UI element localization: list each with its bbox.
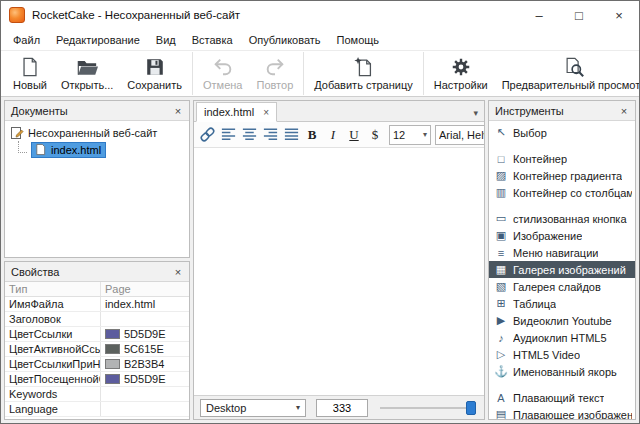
new-document-button[interactable]: Новый [6, 52, 54, 95]
toolbar-group: НастройкиПредварительный просмотр [424, 52, 640, 95]
menu-item[interactable]: Вид [148, 31, 184, 49]
property-value[interactable] [101, 387, 189, 401]
font-size-value: 12 [393, 129, 405, 141]
property-name: ЦветСсылкиПриНаведении [5, 357, 101, 371]
tool-column-container[interactable]: ▥Контейнер со столбцами [489, 184, 635, 201]
tab-list-dropdown-icon[interactable]: ▾ [473, 108, 484, 121]
editor-area: index.html × ▾ BIU$ 12 ▾ Arial, Helvetic… [193, 100, 485, 420]
preview-button[interactable]: Предварительный просмотр [495, 52, 640, 95]
nav-menu-icon: ≡ [494, 247, 508, 259]
website-page-edit-icon [10, 126, 24, 140]
tool-styled-button[interactable]: ▭стилизованная кнопка [489, 210, 635, 227]
properties-panel-close-icon[interactable]: × [170, 264, 186, 279]
underline-button[interactable]: U [344, 125, 364, 145]
viewport-width-input[interactable] [316, 399, 368, 417]
tool-html5-video[interactable]: ▷HTML5 Video [489, 346, 635, 363]
property-value[interactable]: 5C615E [101, 342, 189, 356]
tool-floating-text[interactable]: AПлавающий текст [489, 389, 635, 406]
tree-root-item[interactable]: Несохраненный веб-сайт [7, 124, 187, 141]
font-size-select[interactable]: 12 ▾ [389, 125, 431, 145]
menu-bar: ФайлРедактированиеВидВставкаОпубликовать… [1, 29, 639, 51]
tool-html5-audio[interactable]: ♪Аудиоклип HTML5 [489, 329, 635, 346]
tree-child-item[interactable]: index.html [7, 141, 187, 158]
property-value[interactable] [101, 402, 189, 416]
tree-child-selection[interactable]: index.html [31, 142, 106, 158]
chevron-down-icon: ▾ [296, 403, 300, 412]
menu-item[interactable]: Опубликовать [241, 31, 329, 49]
tool-label: Аудиоклип HTML5 [513, 332, 607, 344]
tools-panel-close-icon[interactable]: × [616, 103, 632, 118]
page-canvas[interactable] [194, 148, 484, 395]
bold-button[interactable]: B [302, 125, 322, 145]
property-value[interactable]: index.html [101, 297, 189, 311]
tool-floating-image[interactable]: ▤Плавающее изображение [489, 406, 635, 419]
dollar-button-glyph: $ [372, 127, 379, 143]
tool-image-gallery[interactable]: ▦Галерея изображений [489, 261, 635, 278]
tool-label: Выбор [513, 127, 547, 139]
link-icon[interactable] [197, 125, 217, 145]
tool-nav-menu[interactable]: ≡Меню навигации [489, 244, 635, 261]
documents-panel-close-icon[interactable]: × [170, 103, 186, 118]
menu-item[interactable]: Помощь [329, 31, 388, 49]
tools-list: ↖Выбор□Контейнер▨Контейнер градиента▥Кон… [489, 121, 635, 419]
property-row: ИмяФайлаindex.html [5, 297, 189, 312]
tool-label: Контейнер со столбцами [513, 187, 632, 199]
font-family-select[interactable]: Arial, Helvetic ▾ [435, 125, 484, 145]
save-button[interactable]: Сохранить [120, 52, 189, 95]
dollar-button[interactable]: $ [365, 125, 385, 145]
window-title: RocketCake - Несохраненный веб-сайт [32, 9, 240, 21]
tool-cursor[interactable]: ↖Выбор [489, 124, 635, 141]
toolbar-group: Добавить страницу [304, 52, 423, 95]
toolbar-button-label: Предварительный просмотр [502, 79, 640, 91]
menu-item[interactable]: Вставка [184, 31, 241, 49]
tool-youtube-video[interactable]: ▶Видеоклип Youtube [489, 312, 635, 329]
property-row: ЦветАктивнойСсылки5C615E [5, 342, 189, 357]
tool-image[interactable]: ▣Изображение [489, 227, 635, 244]
align-justify-icon[interactable] [281, 125, 301, 145]
property-row: ЦветПосещеннойСсылки5D5D9E [5, 372, 189, 387]
maximize-button[interactable]: □ [559, 1, 599, 29]
toolbar-group: НовыйОткрыть...Сохранить [3, 52, 193, 95]
property-value[interactable]: 5D5D9E [101, 372, 189, 386]
align-center-icon[interactable] [239, 125, 259, 145]
minimize-button[interactable]: – [519, 1, 559, 29]
viewport-slider-thumb[interactable] [466, 401, 476, 415]
tool-label: Галерея изображений [513, 264, 626, 276]
floating-image-icon: ▤ [494, 408, 508, 419]
add-page-icon [353, 56, 375, 78]
tool-gradient-container[interactable]: ▨Контейнер градиента [489, 167, 635, 184]
container-icon: □ [494, 153, 508, 165]
viewport-width-slider[interactable] [378, 399, 478, 417]
property-value[interactable]: B2B3B4 [101, 357, 189, 371]
tab-close-icon[interactable]: × [263, 107, 269, 118]
menu-item[interactable]: Файл [5, 31, 48, 49]
app-window: RocketCake - Несохраненный веб-сайт – □ … [0, 0, 640, 424]
format-buttons: BIU$ [197, 125, 385, 145]
tab-index-html[interactable]: index.html × [196, 102, 277, 122]
align-right-icon[interactable] [260, 125, 280, 145]
tool-named-anchor[interactable]: ⚓Именованный якорь [489, 363, 635, 380]
app-logo-icon [9, 7, 25, 23]
settings-gear-button[interactable]: Настройки [427, 52, 495, 95]
close-button[interactable]: × [599, 1, 639, 29]
property-name: ЦветПосещеннойСсылки [5, 372, 101, 386]
tool-container[interactable]: □Контейнер [489, 150, 635, 167]
gradient-container-icon: ▨ [494, 169, 508, 182]
tool-label: Галерея слайдов [513, 281, 601, 293]
toolbar-group: ОтменаПовтор [193, 52, 304, 95]
toolbar-button-label: Сохранить [127, 79, 182, 91]
device-select[interactable]: Desktop ▾ [200, 399, 306, 417]
title-bar: RocketCake - Несохраненный веб-сайт – □ … [1, 1, 639, 29]
tool-group: □Контейнер▨Контейнер градиента▥Контейнер… [489, 150, 635, 201]
font-family-value: Arial, Helvetic [439, 129, 484, 141]
property-value[interactable] [101, 312, 189, 326]
open-folder-button[interactable]: Открыть... [54, 52, 120, 95]
tool-slideshow-gallery[interactable]: ▧Галерея слайдов [489, 278, 635, 295]
align-left-icon[interactable] [218, 125, 238, 145]
add-page-button[interactable]: Добавить страницу [307, 52, 419, 95]
menu-item[interactable]: Редактирование [48, 31, 148, 49]
italic-button[interactable]: I [323, 125, 343, 145]
tool-table[interactable]: ⊞Таблица [489, 295, 635, 312]
property-value[interactable]: 5D5D9E [101, 327, 189, 341]
image-icon: ▣ [494, 229, 508, 242]
